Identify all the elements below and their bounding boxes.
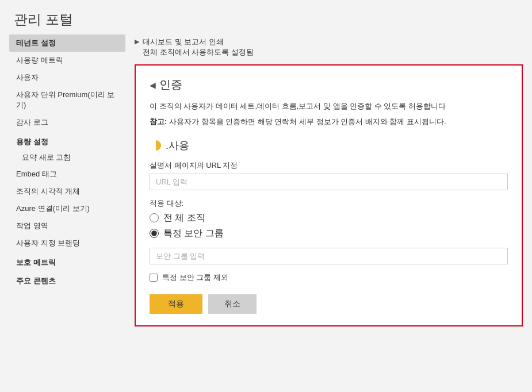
panel-box: ◀ 인증 이 조직의 사용자가 데이터 세트,데이터 흐름,보고서 및 앱을 인…: [135, 64, 523, 326]
usage-section-title: .사용: [150, 139, 508, 152]
radio-all-org[interactable]: [150, 213, 159, 222]
page-title-area: 관리 포털: [0, 0, 532, 34]
exclude-checkbox-row: 특정 보안 그룹 제외: [150, 272, 508, 283]
capacity-section-header: 용량 설정: [9, 131, 125, 149]
btn-row: 적용 취소: [150, 294, 508, 314]
collapse-triangle-icon[interactable]: ◀: [150, 80, 156, 90]
main-content-section-header: 주요 콘텐츠: [9, 270, 125, 289]
radio-row-specific-group: 특정 보안 그룹: [150, 228, 508, 240]
sidebar-item-usage-metrics[interactable]: 사용량 메트릭: [9, 52, 125, 69]
sidebar-item-azure-connect[interactable]: Azure 연결(미리 보기): [9, 200, 125, 217]
sidebar-item-summary-refresh[interactable]: 요약 새로 고침: [9, 149, 125, 166]
sidebar-item-embed-tag[interactable]: Embed 태그: [9, 166, 125, 183]
radio-specific-group[interactable]: [150, 229, 159, 238]
sidebar-item-users[interactable]: 사용자: [9, 69, 125, 86]
page-title: 관리 포털: [14, 10, 518, 29]
apply-to-label: 적용 대상:: [150, 198, 508, 209]
top-info-text: 대시보드 및 보고서 인쇄 전체 조직에서 사용하도록 설정됨: [143, 37, 254, 57]
half-circle-icon: [150, 139, 162, 152]
auth-description: 이 조직의 사용자가 데이터 세트,데이터 흐름,보고서 및 앱을 인증할 수 …: [150, 101, 508, 113]
sidebar-item-org-visual[interactable]: 조직의 시각적 개체: [9, 183, 125, 200]
sidebar-item-tenant-settings[interactable]: 테넌트 설정: [9, 34, 125, 52]
exclude-label[interactable]: 특정 보안 그룹 제외: [162, 272, 228, 283]
protect-section-header: 보호 메트릭: [9, 252, 125, 270]
usage-title-text: .사용: [166, 139, 189, 152]
radio-group: 전 체 조직 특정 보안 그룹: [150, 212, 508, 240]
apply-button[interactable]: 적용: [150, 294, 202, 314]
top-info-line2: 전체 조직에서 사용하도록 설정됨: [143, 47, 254, 57]
sidebar-item-user-premium[interactable]: 사용자 단위 Premium(미리 보기): [9, 86, 125, 114]
auth-title-text: 인증: [159, 77, 182, 93]
top-info-line1: 대시보드 및 보고서 인쇄: [143, 37, 254, 47]
sidebar-item-user-brand[interactable]: 사용자 지정 브랜딩: [9, 235, 125, 252]
auth-note-text: 사용자가 항목을 인증하면 해당 연락처 세부 정보가 인증서 배지와 함께 표…: [169, 117, 446, 126]
exclude-checkbox[interactable]: [150, 274, 158, 282]
sidebar-item-audit-log[interactable]: 감사 로그: [9, 114, 125, 131]
radio-all-org-label[interactable]: 전 체 조직: [163, 212, 205, 224]
auth-section-title: ◀ 인증: [150, 77, 508, 93]
main-content: 테넌트 설정 사용량 메트릭 사용자 사용자 단위 Premium(미리 보기)…: [0, 34, 532, 392]
cancel-button[interactable]: 취소: [208, 294, 257, 314]
radio-specific-group-label[interactable]: 특정 보안 그룹: [163, 228, 224, 240]
auth-note-prefix: 참고:: [150, 117, 167, 126]
sidebar: 테넌트 설정 사용량 메트릭 사용자 사용자 단위 Premium(미리 보기)…: [9, 34, 130, 383]
top-info-arrow: ▶: [135, 38, 139, 45]
top-info: ▶ 대시보드 및 보고서 인쇄 전체 조직에서 사용하도록 설정됨: [135, 34, 523, 64]
app-container: 관리 포털 테넌트 설정 사용량 메트릭 사용자 사용자 단위 Premium(…: [0, 0, 532, 392]
right-panel: ▶ 대시보드 및 보고서 인쇄 전체 조직에서 사용하도록 설정됨 ◀ 인증 이…: [130, 34, 523, 383]
url-input[interactable]: [150, 174, 508, 190]
security-group-input[interactable]: [150, 248, 508, 264]
radio-row-all-org: 전 체 조직: [150, 212, 508, 224]
sidebar-item-work-area[interactable]: 작업 영역: [9, 217, 125, 235]
auth-note: 참고: 사용자가 항목을 인증하면 해당 연락처 세부 정보가 인증서 배지와 …: [150, 116, 508, 128]
url-field-label: 설명서 페이지의 URL 지정: [150, 160, 508, 171]
